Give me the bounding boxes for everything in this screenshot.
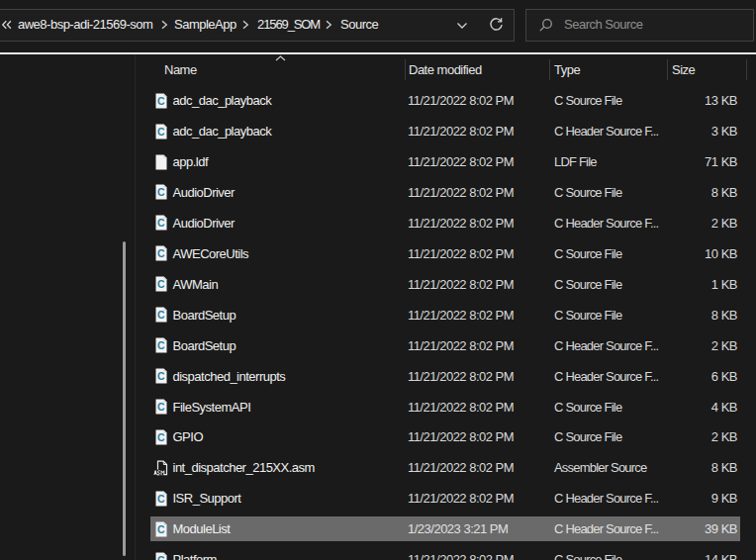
svg-text:C: C xyxy=(157,554,165,560)
svg-text:C: C xyxy=(157,187,165,199)
svg-text:C: C xyxy=(157,401,165,413)
svg-text:C: C xyxy=(157,95,165,107)
svg-text:C: C xyxy=(157,218,165,230)
svg-text:C: C xyxy=(157,279,165,291)
svg-text:C: C xyxy=(157,493,165,505)
svg-text:C: C xyxy=(157,339,165,351)
svg-text:C: C xyxy=(157,431,165,443)
svg-text:C: C xyxy=(157,370,165,382)
svg-text:C: C xyxy=(157,248,165,260)
svg-text:C: C xyxy=(157,523,165,535)
svg-text:C: C xyxy=(157,309,165,321)
svg-text:C: C xyxy=(157,126,165,138)
